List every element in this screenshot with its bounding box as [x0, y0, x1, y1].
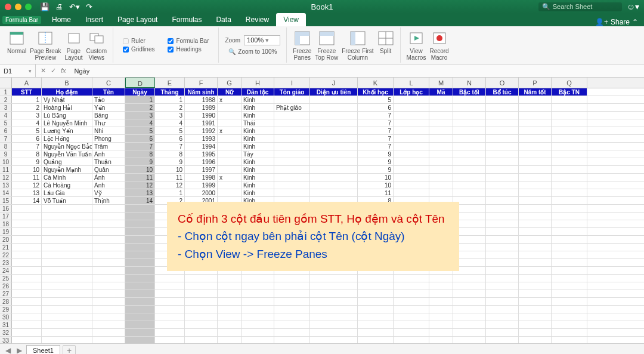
cell[interactable]	[218, 135, 242, 142]
cell[interactable]: 2	[125, 104, 155, 111]
cell[interactable]	[274, 143, 310, 150]
cell[interactable]	[310, 306, 358, 313]
cell[interactable]	[310, 119, 358, 127]
cell[interactable]	[486, 267, 519, 274]
cell[interactable]	[218, 337, 242, 343]
cell[interactable]	[242, 337, 274, 343]
cell[interactable]	[453, 143, 486, 150]
cell[interactable]	[274, 174, 310, 181]
cell[interactable]	[125, 213, 155, 220]
formula-input[interactable]: Ngày	[71, 67, 644, 75]
page-break-button[interactable]: Page Break Preview	[30, 30, 61, 61]
cell[interactable]	[453, 306, 486, 313]
cell[interactable]	[42, 259, 92, 266]
cell[interactable]	[486, 96, 519, 103]
cell[interactable]	[12, 205, 42, 212]
cell[interactable]: Kinh	[242, 189, 274, 196]
cell[interactable]	[310, 329, 358, 336]
cell[interactable]	[394, 181, 429, 189]
cell[interactable]: STT	[12, 88, 42, 96]
cell[interactable]	[519, 220, 552, 227]
cell[interactable]	[310, 135, 358, 142]
cell[interactable]	[310, 181, 358, 189]
cell[interactable]: Phật giáo	[274, 104, 310, 111]
cell[interactable]	[274, 189, 310, 196]
cell[interactable]	[486, 282, 519, 290]
cell[interactable]	[486, 197, 519, 204]
cell[interactable]: 10	[125, 166, 155, 173]
confirm-formula-icon[interactable]: ✓	[51, 67, 56, 75]
cell[interactable]	[519, 213, 552, 220]
cell[interactable]	[486, 275, 519, 282]
cell[interactable]	[12, 337, 42, 343]
select-all-corner[interactable]	[0, 78, 12, 88]
cell[interactable]: Băng	[92, 112, 125, 119]
share-button[interactable]: 👤+ Share ⌃	[595, 18, 638, 26]
tab-data[interactable]: Data	[209, 13, 238, 26]
cell[interactable]	[519, 158, 552, 165]
cell[interactable]	[155, 321, 185, 328]
cell[interactable]	[155, 306, 185, 313]
cell[interactable]: 3	[125, 112, 155, 119]
cell[interactable]	[274, 150, 310, 158]
cell[interactable]: 7	[358, 127, 394, 134]
cell[interactable]: Lương Yến	[42, 127, 92, 134]
cell[interactable]	[453, 104, 486, 111]
cell[interactable]	[519, 135, 552, 142]
cell[interactable]: Tháng	[155, 88, 185, 96]
cell[interactable]	[429, 282, 453, 290]
column-header-P[interactable]: P	[519, 78, 552, 88]
row-header[interactable]: 31	[0, 321, 12, 328]
cell[interactable]	[218, 150, 242, 158]
chevron-up-icon[interactable]: ⌃	[632, 18, 638, 26]
cell[interactable]	[12, 298, 42, 305]
cell[interactable]: Tảo	[92, 96, 125, 103]
formula-bar-toggle[interactable]: Formula Bar	[2, 16, 41, 24]
freeze-panes-button[interactable]: Freeze Panes	[293, 30, 311, 61]
cell[interactable]	[394, 290, 429, 297]
cell[interactable]	[552, 290, 587, 297]
cell[interactable]: 8	[12, 150, 42, 158]
cell[interactable]	[519, 143, 552, 150]
cell[interactable]	[42, 213, 92, 220]
cell[interactable]: Hoàng Hải	[42, 104, 92, 111]
cell[interactable]	[486, 143, 519, 150]
cell[interactable]: 1992	[185, 127, 218, 134]
cell[interactable]: 4	[155, 119, 185, 127]
cell[interactable]	[218, 112, 242, 119]
cell[interactable]	[394, 127, 429, 134]
cell[interactable]	[519, 228, 552, 235]
cell[interactable]	[92, 306, 125, 313]
cell[interactable]	[310, 143, 358, 150]
cell[interactable]	[519, 298, 552, 305]
cell[interactable]	[12, 290, 42, 297]
row-header[interactable]: 26	[0, 282, 12, 290]
cell[interactable]	[125, 228, 155, 235]
cell[interactable]: 1995	[185, 150, 218, 158]
cell[interactable]	[552, 166, 587, 173]
cell[interactable]: 1999	[185, 181, 218, 189]
ruler-checkbox[interactable]: Ruler	[123, 38, 154, 44]
cell[interactable]: x	[218, 127, 242, 134]
headings-checkbox[interactable]: Headings	[168, 46, 209, 53]
column-header-O[interactable]: O	[486, 78, 519, 88]
cell[interactable]	[552, 321, 587, 328]
cell[interactable]	[394, 112, 429, 119]
cell[interactable]	[552, 174, 587, 181]
cell[interactable]	[310, 150, 358, 158]
cell[interactable]	[185, 298, 218, 305]
row-header[interactable]: 16	[0, 205, 12, 212]
cell[interactable]	[394, 306, 429, 313]
cell[interactable]	[42, 282, 92, 290]
row-header[interactable]: 18	[0, 220, 12, 227]
row-header[interactable]: 4	[0, 112, 12, 119]
row-header[interactable]: 15	[0, 197, 12, 204]
cell[interactable]	[274, 282, 310, 290]
cell[interactable]	[429, 150, 453, 158]
cell[interactable]	[92, 275, 125, 282]
cell[interactable]	[486, 181, 519, 189]
cell[interactable]	[552, 251, 587, 258]
zoom-100-button[interactable]: 🔍Zoom to 100%	[228, 48, 277, 55]
cell[interactable]: 11	[125, 174, 155, 181]
cell[interactable]	[453, 112, 486, 119]
